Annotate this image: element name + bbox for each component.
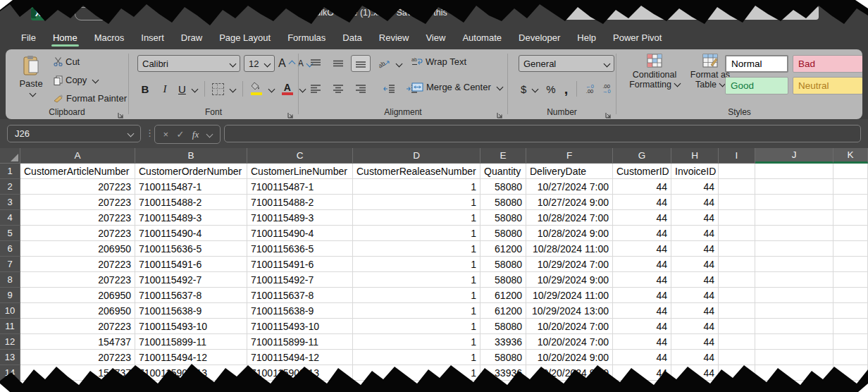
cell-G2[interactable]: 44 [613,179,671,195]
cell-D2[interactable]: 1 [353,179,480,195]
cell-I11[interactable] [719,319,755,334]
bold-button[interactable]: B [139,83,151,95]
cell-A5[interactable]: 207223 [20,226,135,241]
menu-tab-review[interactable]: Review [371,27,418,48]
cell-A6[interactable]: 206950 [20,241,135,257]
cell-E1[interactable]: Quantity [480,164,526,179]
excel-app-icon[interactable]: X [31,6,45,20]
row-header-4[interactable]: 4 [0,210,20,226]
align-middle-button[interactable] [328,55,348,72]
cell-A13[interactable]: 207223 [20,350,135,365]
align-center-button[interactable] [328,80,348,97]
menu-tab-file[interactable]: File [13,27,44,48]
cell-I9[interactable] [719,288,755,303]
cell-C10[interactable]: 7100115638-9 [247,303,353,319]
menu-tab-draw[interactable]: Draw [173,27,211,48]
name-box[interactable]: J26 [7,125,141,142]
cell-C5[interactable]: 7100115490-4 [247,226,353,241]
row-header-5[interactable]: 5 [0,226,20,241]
cell-J14[interactable] [755,365,833,381]
format-painter-button[interactable]: Format Painter [54,92,127,105]
cell-J2[interactable] [755,179,833,195]
number-dialog-launcher[interactable] [604,109,612,117]
cell-C12[interactable]: 7100115899-11 [247,334,353,350]
cell-B11[interactable]: 7100115493-10 [135,319,247,334]
cell-E8[interactable]: 58080 [480,272,526,288]
cell-G4[interactable]: 44 [613,210,671,226]
cell-K1[interactable] [833,164,868,179]
cell-E10[interactable]: 61200 [480,303,526,319]
column-header-D[interactable]: D [353,148,480,164]
cell-D6[interactable]: 1 [353,241,480,257]
cell-A8[interactable]: 207223 [20,272,135,288]
cell-C6[interactable]: 7100115636-5 [247,241,353,257]
cell-K12[interactable] [833,334,868,350]
row-header-10[interactable]: 10 [0,303,20,319]
menu-tab-power-pivot[interactable]: Power Pivot [604,27,670,48]
confirm-entry-icon[interactable]: ✓ [176,129,184,140]
cell-E12[interactable]: 33936 [480,334,526,350]
cell-F3[interactable]: 10/27/2024 9:00 [526,195,613,210]
row-header-3[interactable]: 3 [0,195,20,210]
cell-K3[interactable] [833,195,868,210]
cell-D10[interactable]: 1 [353,303,480,319]
paste-chevron-icon[interactable] [30,90,37,97]
cell-E3[interactable]: 58080 [480,195,526,210]
cell-G8[interactable]: 44 [613,272,671,288]
cell-B14[interactable]: 7100115900-13 [135,365,247,381]
borders-button[interactable] [212,83,235,95]
cell-A11[interactable]: 207223 [20,319,135,334]
cell-K4[interactable] [833,210,868,226]
conditional-formatting-button[interactable]: Conditional Formatting [622,54,687,90]
row-header-6[interactable]: 6 [0,241,20,257]
menu-tab-automate[interactable]: Automate [454,27,510,48]
cell-D14[interactable]: 1 [353,365,480,381]
cell-E13[interactable]: 58080 [480,350,526,365]
cell-A1[interactable]: CustomerArticleNumber [20,164,135,179]
cell-I4[interactable] [719,210,755,226]
cell-J10[interactable] [755,303,833,319]
cell-H3[interactable]: 44 [671,195,719,210]
cell-F5[interactable]: 10/28/2024 9:00 [526,226,613,241]
cell-H9[interactable]: 44 [671,288,719,303]
cell-B8[interactable]: 7100115492-7 [135,272,247,288]
cell-J6[interactable] [755,241,833,257]
column-header-H[interactable]: H [671,148,719,164]
cell-D5[interactable]: 1 [353,226,480,241]
accounting-format-button[interactable]: $ [521,83,538,95]
cell-G3[interactable]: 44 [613,195,671,210]
menu-tab-formulas[interactable]: Formulas [279,27,334,48]
cell-K9[interactable] [833,288,868,303]
menu-tab-insert[interactable]: Insert [132,27,173,48]
style-bad[interactable]: Bad [793,55,862,73]
column-header-B[interactable]: B [135,148,247,164]
align-right-button[interactable] [351,80,371,97]
comma-style-button[interactable]: , [564,85,569,92]
cell-G9[interactable]: 44 [613,288,671,303]
cell-G11[interactable]: 44 [613,319,671,334]
cell-A14[interactable]: 154737 [20,365,135,381]
row-header-14[interactable]: 14 [0,365,20,381]
cell-C14[interactable]: 7100115900-13 [247,365,353,381]
underline-button[interactable]: U [178,83,197,95]
align-bottom-button[interactable] [351,55,371,72]
fill-color-button[interactable] [250,82,274,96]
row-header-8[interactable]: 8 [0,272,20,288]
menu-tab-view[interactable]: View [417,27,454,48]
cell-H1[interactable]: InvoiceID [671,164,719,179]
percent-style-button[interactable]: % [546,83,555,95]
cell-H10[interactable]: 44 [671,303,719,319]
cell-G12[interactable]: 44 [613,334,671,350]
cell-I6[interactable] [719,241,755,257]
cell-F14[interactable]: 10/20/2024 9:00 [526,365,613,381]
cell-I13[interactable] [719,350,755,365]
font-name-combo[interactable]: Calibri [137,55,240,72]
cell-I12[interactable] [719,334,755,350]
cell-J7[interactable] [755,257,833,272]
cell-C2[interactable]: 7100115487-1 [247,179,353,195]
cell-H12[interactable]: 44 [671,334,719,350]
cut-button[interactable]: Cut [54,55,127,68]
cell-G6[interactable]: 44 [613,241,671,257]
cell-A3[interactable]: 207223 [20,195,135,210]
cell-K11[interactable] [833,319,868,334]
